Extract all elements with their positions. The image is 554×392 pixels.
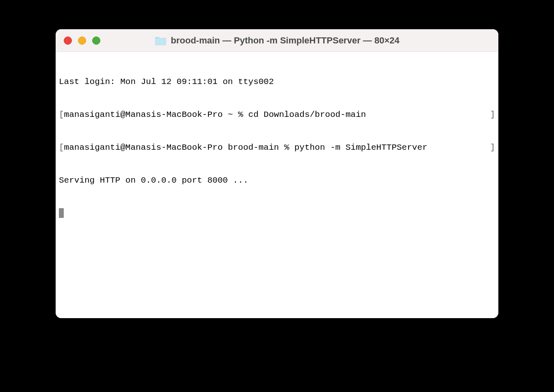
terminal-line: Last login: Mon Jul 12 09:11:01 on ttys0…: [59, 76, 495, 87]
terminal-text: Last login: Mon Jul 12 09:11:01 on ttys0…: [59, 77, 274, 86]
terminal-text: manasiganti@Manasis-MacBook-Pro brood-ma…: [64, 142, 490, 153]
titlebar[interactable]: brood-main — Python -m SimpleHTTPServer …: [56, 29, 498, 52]
folder-icon: [155, 36, 167, 45]
zoom-button[interactable]: [92, 37, 100, 45]
bracket-icon: ]: [490, 142, 495, 153]
terminal-text: manasiganti@Manasis-MacBook-Pro ~ % cd D…: [64, 109, 490, 120]
bracket-icon: [: [59, 109, 64, 120]
terminal-line: [manasiganti@Manasis-MacBook-Pro brood-m…: [59, 142, 495, 153]
close-button[interactable]: [64, 37, 72, 45]
bracket-icon: ]: [490, 109, 495, 120]
terminal-text: Serving HTTP on 0.0.0.0 port 8000 ...: [59, 176, 248, 185]
title-section: brood-main — Python -m SimpleHTTPServer …: [155, 35, 400, 46]
terminal-content[interactable]: Last login: Mon Jul 12 09:11:01 on ttys0…: [56, 52, 498, 318]
terminal-line: Serving HTTP on 0.0.0.0 port 8000 ...: [59, 175, 495, 186]
window-title: brood-main — Python -m SimpleHTTPServer …: [171, 35, 400, 46]
terminal-window: brood-main — Python -m SimpleHTTPServer …: [56, 29, 498, 318]
terminal-line: [59, 208, 495, 219]
bracket-icon: [: [59, 142, 64, 153]
minimize-button[interactable]: [78, 37, 86, 45]
terminal-line: [manasiganti@Manasis-MacBook-Pro ~ % cd …: [59, 109, 495, 120]
cursor-icon: [59, 208, 64, 218]
traffic-lights: [64, 37, 100, 45]
